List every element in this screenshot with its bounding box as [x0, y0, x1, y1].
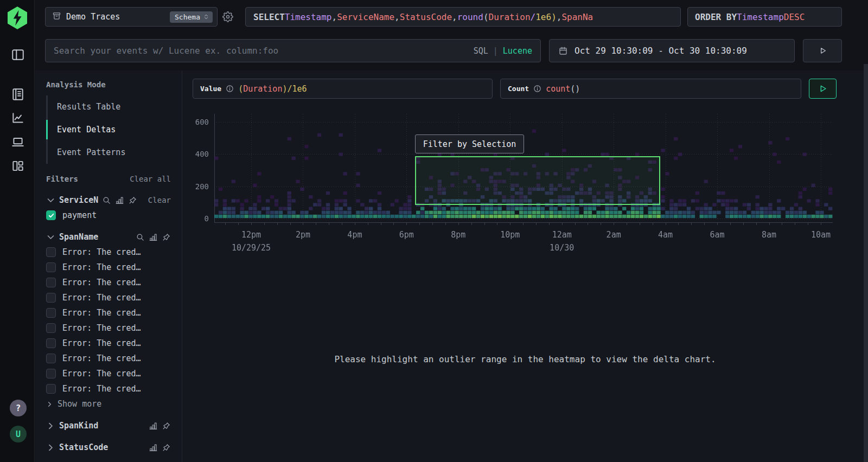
calendar-icon — [558, 46, 568, 56]
search-icon[interactable] — [136, 233, 145, 242]
checkbox[interactable] — [46, 369, 56, 378]
info-icon — [226, 85, 234, 93]
pin-icon[interactable] — [162, 421, 171, 431]
analysis-mode-item-results-table[interactable]: Results Table — [48, 95, 171, 118]
checkbox[interactable] — [46, 308, 56, 318]
app-logo-icon[interactable] — [8, 7, 27, 29]
filter-value-label: Error: The cred… — [62, 369, 141, 378]
sql-select-input[interactable]: SELECT Timestamp, ServiceName, StatusCod… — [245, 7, 681, 27]
filter-value-row: Error: The cred… — [46, 278, 171, 287]
settings-gear-icon[interactable] — [222, 11, 233, 22]
value-field-label: Value — [200, 85, 221, 93]
checkbox[interactable] — [46, 262, 56, 272]
filter-value-label: Error: The cred… — [62, 384, 141, 394]
chevron-right-icon[interactable] — [46, 443, 55, 452]
value-expression: (Duration)/1e6 — [238, 84, 307, 94]
filter-value-label: Error: The cred… — [62, 338, 141, 348]
scrollbar[interactable] — [864, 64, 868, 462]
left-rail: ? U — [0, 0, 35, 462]
line-chart-icon[interactable] — [11, 111, 25, 125]
checkbox[interactable] — [46, 278, 56, 287]
schema-badge[interactable]: Schema — [170, 11, 213, 23]
chevron-updown-icon — [203, 14, 209, 20]
filters-header: Filters Clear all — [46, 175, 171, 183]
filter-value-row: Error: The cred… — [46, 308, 171, 318]
filter-value-row: Error: The cred… — [46, 262, 171, 272]
filter-group-label: ServiceN — [59, 195, 98, 205]
filter-group-label: SpanName — [59, 232, 98, 242]
pin-icon[interactable] — [162, 443, 171, 452]
filter-by-selection-button[interactable]: Filter by Selection — [415, 134, 524, 153]
search-icon[interactable] — [102, 196, 111, 205]
chevron-right-icon — [46, 401, 53, 408]
app-root: ? U Demo Traces Schema SELECT Timestamp,… — [0, 0, 868, 462]
mode-sql[interactable]: SQL — [474, 46, 488, 56]
bar-chart-icon[interactable] — [149, 421, 158, 431]
search-run-button[interactable] — [803, 39, 842, 62]
filter-groups: ServiceNClearpaymentSpanNameError: The c… — [46, 195, 171, 452]
analysis-mode-item-event-deltas[interactable]: Event Deltas — [48, 118, 171, 141]
date-range-value: Oct 29 10:30:09 - Oct 30 10:30:09 — [575, 46, 747, 56]
analysis-mode-title: Analysis Mode — [46, 80, 171, 89]
schema-badge-label: Schema — [175, 13, 200, 21]
checkbox[interactable] — [46, 293, 56, 303]
archive-icon — [52, 11, 61, 23]
checkbox[interactable] — [46, 354, 56, 363]
chevron-right-icon[interactable] — [46, 421, 55, 431]
filter-value-row: payment — [46, 210, 171, 220]
checkbox[interactable] — [46, 384, 56, 394]
count-expression-input[interactable]: Count count() — [500, 79, 801, 99]
analysis-mode-item-event-patterns[interactable]: Event Patterns — [48, 141, 171, 164]
filter-group-spankind: SpanKind — [46, 421, 171, 431]
delta-chart-empty-message: Please highlight an outlier range in the… — [182, 354, 868, 364]
play-icon — [818, 84, 828, 94]
search-bar: SQL | Lucene — [45, 39, 541, 62]
user-avatar[interactable]: U — [10, 426, 27, 442]
filter-value-label: Error: The cred… — [62, 247, 141, 257]
clear-all-button[interactable]: Clear all — [130, 175, 171, 183]
mode-lucene[interactable]: Lucene — [503, 46, 532, 56]
search-input[interactable] — [54, 46, 468, 56]
count-expression: count() — [546, 84, 580, 94]
pin-icon[interactable] — [128, 196, 137, 205]
order-by-input[interactable]: ORDER BY Timestamp DESC — [687, 7, 842, 27]
analysis-mode-list: Results TableEvent DeltasEvent Patterns — [46, 95, 171, 164]
pin-icon[interactable] — [162, 233, 171, 242]
filter-value-label: Error: The cred… — [62, 308, 141, 318]
filter-group-statuscode: StatusCode — [46, 442, 171, 452]
help-button[interactable]: ? — [10, 400, 27, 416]
checkbox[interactable] — [46, 210, 56, 220]
filter-value-label: Error: The cred… — [62, 293, 141, 303]
date-range-picker[interactable]: Oct 29 10:30:09 - Oct 30 10:30:09 — [549, 39, 795, 62]
filter-value-label: Error: The cred… — [62, 323, 141, 333]
bar-chart-icon[interactable] — [149, 443, 158, 452]
checkbox[interactable] — [46, 247, 56, 257]
checkbox[interactable] — [46, 338, 56, 348]
play-icon — [818, 46, 827, 55]
sessions-icon[interactable] — [11, 135, 25, 149]
filter-group-label: StatusCode — [59, 442, 108, 452]
filter-value-row: Error: The cred… — [46, 338, 171, 348]
dashboards-icon[interactable] — [11, 159, 25, 173]
filter-group-spanname: SpanNameError: The cred…Error: The cred…… — [46, 232, 171, 409]
heatmap-selection[interactable] — [415, 156, 660, 205]
filter-value-row: Error: The cred… — [46, 354, 171, 363]
filter-clear-button[interactable]: Clear — [148, 196, 171, 204]
query-language-toggle: SQL | Lucene — [474, 46, 532, 56]
source-selector[interactable]: Demo Traces Schema — [45, 7, 218, 27]
value-expression-input[interactable]: Value (Duration)/1e6 — [193, 79, 493, 99]
filters-title: Filters — [46, 175, 78, 183]
show-more-button[interactable]: Show more — [46, 399, 171, 409]
filter-value-row: Error: The cred… — [46, 369, 171, 378]
chevron-down-icon[interactable] — [46, 233, 55, 242]
chevron-down-icon[interactable] — [46, 196, 55, 205]
logs-icon[interactable] — [11, 87, 25, 101]
count-field-label: Count — [508, 85, 529, 93]
mode-divider: | — [493, 46, 498, 56]
panel-toggle-icon[interactable] — [11, 48, 25, 62]
show-more-label: Show more — [58, 399, 101, 409]
chart-run-button[interactable] — [809, 79, 837, 99]
bar-chart-icon[interactable] — [149, 233, 158, 242]
bar-chart-icon[interactable] — [115, 196, 124, 205]
checkbox[interactable] — [46, 323, 56, 333]
